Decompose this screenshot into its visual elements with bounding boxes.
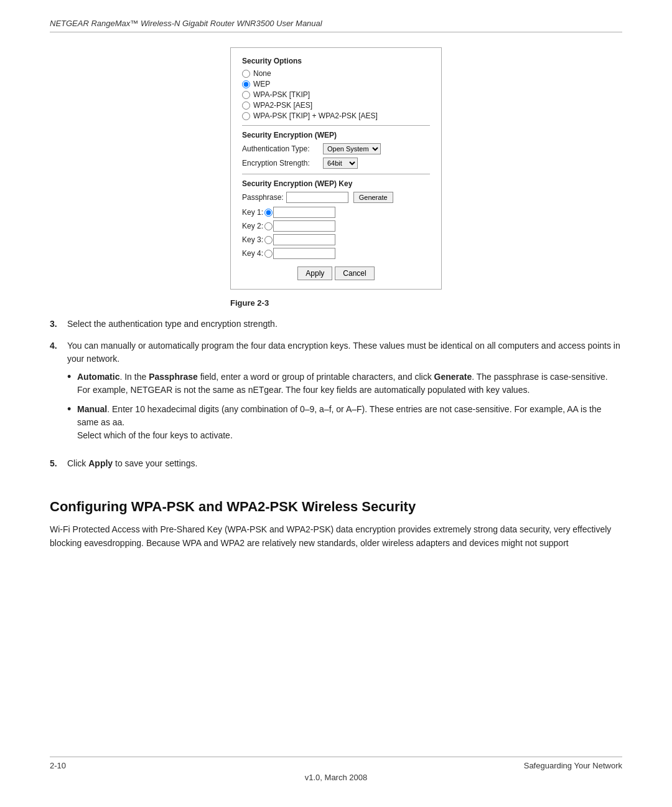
key2-label: Key 2: xyxy=(242,222,273,230)
bullet-automatic: • Automatic. In the Passphrase field, en… xyxy=(67,370,622,397)
bullet-dot-2: • xyxy=(67,403,77,417)
bullet-manual-text: Manual. Enter 10 hexadecimal digits (any… xyxy=(77,403,622,442)
passphrase-bold: Passphrase xyxy=(149,372,198,382)
bullet-automatic-text: Automatic. In the Passphrase field, ente… xyxy=(77,370,622,397)
generate-bold: Generate xyxy=(434,372,472,382)
footer-left: 2-10 xyxy=(50,761,66,770)
key1-radio[interactable] xyxy=(264,209,273,217)
bullet-list: • Automatic. In the Passphrase field, en… xyxy=(67,370,622,448)
key1-label: Key 1: xyxy=(242,208,273,217)
generate-button[interactable]: Generate xyxy=(353,192,393,203)
enc-strength-select[interactable]: 64bit 128bit xyxy=(323,158,358,169)
security-options-title: Security Options xyxy=(242,57,430,65)
step-4-text: You can manually or automatically progra… xyxy=(67,339,622,366)
key2-radio[interactable] xyxy=(264,222,273,230)
figure-caption: Figure 2-3 xyxy=(230,298,442,308)
page-header: NETGEAR RangeMax™ Wireless-N Gigabit Rou… xyxy=(50,19,622,28)
apply-bold: Apply xyxy=(88,458,113,468)
radio-wpa2-psk-aes[interactable]: WPA2-PSK [AES] xyxy=(242,101,430,110)
key4-row: Key 4: xyxy=(242,248,430,259)
step-3-text: Select the authentication type and encry… xyxy=(67,318,278,331)
radio-none-label: None xyxy=(253,69,271,78)
wep-key-section-title: Security Encryption (WEP) Key xyxy=(242,179,430,188)
wep-section-title: Security Encryption (WEP) xyxy=(242,131,430,139)
wep-divider xyxy=(242,125,430,126)
radio-wep-label: WEP xyxy=(253,80,270,88)
security-options-box: Security Options None WEP WPA-PSK [TKIP]… xyxy=(230,47,442,290)
key4-radio[interactable] xyxy=(264,250,273,258)
radio-wpa-psk-both-label: WPA-PSK [TKIP] + WPA2-PSK [AES] xyxy=(253,111,378,120)
security-radio-group: None WEP WPA-PSK [TKIP] WPA2-PSK [AES] W… xyxy=(242,69,430,120)
step-4-num: 4. xyxy=(50,339,67,352)
radio-wpa2-psk-aes-label: WPA2-PSK [AES] xyxy=(253,101,312,110)
body-para: Wi-Fi Protected Access with Pre-Shared K… xyxy=(50,522,622,550)
radio-wpa-psk-both[interactable]: WPA-PSK [TKIP] + WPA2-PSK [AES] xyxy=(242,111,430,120)
key2-row: Key 2: xyxy=(242,220,430,232)
auth-type-label: Authentication Type: xyxy=(242,144,323,153)
radio-wpa-psk-both-input[interactable] xyxy=(242,112,250,120)
wep-key-section: Security Encryption (WEP) Key Passphrase… xyxy=(242,179,430,259)
radio-wpa-psk-tkip[interactable]: WPA-PSK [TKIP] xyxy=(242,90,430,99)
radio-none[interactable]: None xyxy=(242,69,430,78)
bullet-manual: • Manual. Enter 10 hexadecimal digits (a… xyxy=(67,403,622,442)
step-4: 4. You can manually or automatically pro… xyxy=(50,339,622,448)
footer-center: v1.0, March 2008 xyxy=(50,773,622,782)
button-row: Apply Cancel xyxy=(242,267,430,280)
key3-input[interactable] xyxy=(273,234,335,245)
bullet-dot-1: • xyxy=(67,370,77,384)
radio-wpa-psk-tkip-input[interactable] xyxy=(242,91,250,99)
section-heading: Configuring WPA-PSK and WPA2-PSK Wireles… xyxy=(50,499,622,515)
key3-row: Key 3: xyxy=(242,234,430,245)
cancel-button[interactable]: Cancel xyxy=(335,267,374,280)
passphrase-row: Passphrase: Generate xyxy=(242,192,430,203)
step-3: 3. Select the authentication type and en… xyxy=(50,318,622,331)
apply-button[interactable]: Apply xyxy=(297,267,332,280)
footer-rule xyxy=(50,757,622,757)
auth-type-select[interactable]: Open System Shared Key Auto xyxy=(323,143,381,154)
footer-right: Safeguarding Your Network xyxy=(524,761,622,770)
step-5-text: Click Apply to save your settings. xyxy=(67,457,197,470)
auth-type-row: Authentication Type: Open System Shared … xyxy=(242,143,430,154)
enc-strength-label: Encryption Strength: xyxy=(242,159,323,168)
radio-none-input[interactable] xyxy=(242,70,250,78)
bullet-manual-bold: Manual xyxy=(77,404,107,414)
key1-row: Key 1: xyxy=(242,207,430,218)
key4-label: Key 4: xyxy=(242,249,273,258)
passphrase-label: Passphrase: xyxy=(242,193,284,202)
key4-input[interactable] xyxy=(273,248,335,259)
step-3-num: 3. xyxy=(50,318,67,331)
bullet-automatic-bold: Automatic xyxy=(77,372,119,382)
radio-wep[interactable]: WEP xyxy=(242,80,430,88)
radio-wpa-psk-tkip-label: WPA-PSK [TKIP] xyxy=(253,90,310,99)
enc-strength-row: Encryption Strength: 64bit 128bit xyxy=(242,158,430,169)
step-list: 3. Select the authentication type and en… xyxy=(50,318,622,479)
wep-key-divider xyxy=(242,174,430,174)
radio-wpa2-psk-aes-input[interactable] xyxy=(242,101,250,110)
passphrase-input[interactable] xyxy=(286,192,348,203)
key3-radio[interactable] xyxy=(264,236,273,244)
key1-input[interactable] xyxy=(273,207,335,218)
header-rule xyxy=(50,32,622,32)
key3-label: Key 3: xyxy=(242,235,273,244)
step-5-num: 5. xyxy=(50,457,67,470)
key2-input[interactable] xyxy=(273,220,335,232)
step-5: 5. Click Apply to save your settings. xyxy=(50,457,622,470)
footer: 2-10 Safeguarding Your Network xyxy=(50,761,622,770)
radio-wep-input[interactable] xyxy=(242,80,250,88)
